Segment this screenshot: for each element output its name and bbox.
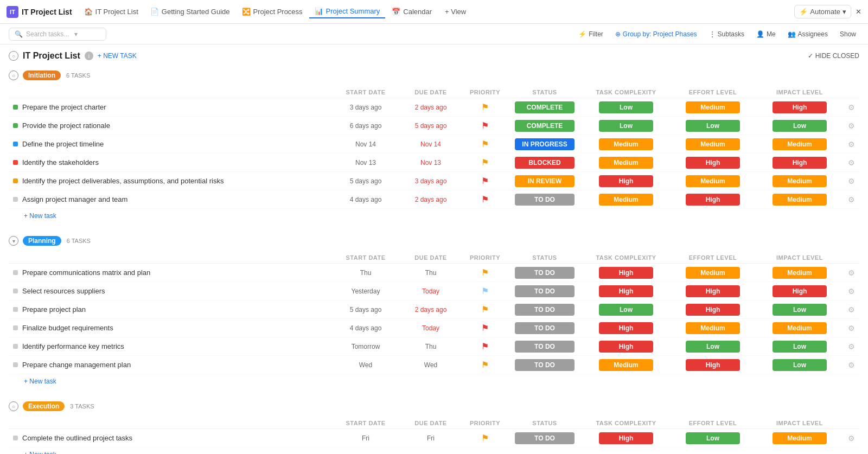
task-row[interactable]: Assign project manager and team4 days ag… — [9, 190, 859, 209]
task-complexity-badge[interactable]: High — [599, 175, 653, 187]
section-collapse-execution[interactable]: ○ — [9, 401, 18, 411]
row-settings-icon[interactable]: ⚙ — [843, 158, 859, 167]
task-row[interactable]: Identify the project deliverables, assum… — [9, 172, 859, 190]
nav-tab-project-summary[interactable]: 📊Project Summary — [309, 5, 386, 18]
task-complexity-badge[interactable]: High — [599, 322, 653, 334]
row-settings-icon[interactable]: ⚙ — [843, 268, 859, 277]
task-effort-badge[interactable]: Low — [686, 432, 740, 444]
task-row[interactable]: Define the project timelineNov 14Nov 14⚑… — [9, 135, 859, 154]
task-complexity-badge[interactable]: High — [599, 285, 653, 297]
task-complexity-badge[interactable]: Medium — [599, 359, 653, 371]
task-name[interactable]: Identify the project deliverables, assum… — [22, 177, 224, 185]
task-status-badge[interactable]: IN REVIEW — [515, 175, 575, 187]
task-row[interactable]: Provide the project rationale6 days ago5… — [9, 117, 859, 135]
task-effort-badge[interactable]: High — [686, 157, 740, 169]
task-impact-badge[interactable]: Medium — [773, 322, 827, 334]
task-status-badge[interactable]: BLOCKED — [515, 157, 575, 169]
task-status-badge[interactable]: TO DO — [515, 341, 575, 353]
app-title[interactable]: IT Project List — [22, 8, 72, 16]
task-row[interactable]: Prepare project plan5 days ago2 days ago… — [9, 300, 859, 319]
task-complexity-badge[interactable]: High — [599, 267, 653, 279]
task-status-badge[interactable]: COMPLETE — [515, 120, 575, 132]
task-effort-badge[interactable]: Medium — [686, 101, 740, 113]
task-status-badge[interactable]: TO DO — [515, 322, 575, 334]
task-name[interactable]: Prepare change management plan — [22, 361, 131, 369]
task-impact-badge[interactable]: Medium — [773, 175, 827, 187]
task-effort-badge[interactable]: Medium — [686, 322, 740, 334]
task-complexity-badge[interactable]: High — [599, 341, 653, 353]
project-collapse-btn[interactable]: ○ — [9, 51, 18, 61]
filter-button[interactable]: ⚡ Filter — [575, 29, 607, 40]
task-complexity-badge[interactable]: Low — [599, 304, 653, 316]
task-status-badge[interactable]: IN PROGRESS — [515, 138, 575, 150]
task-effort-badge[interactable]: Low — [686, 341, 740, 353]
task-impact-badge[interactable]: Low — [773, 304, 827, 316]
nav-tab-getting-started[interactable]: 📄Getting Started Guide — [145, 5, 235, 18]
task-status-badge[interactable]: TO DO — [515, 285, 575, 297]
task-complexity-badge[interactable]: Low — [599, 120, 653, 132]
task-impact-badge[interactable]: Medium — [773, 138, 827, 150]
task-name[interactable]: Prepare communications matrix and plan — [22, 268, 150, 277]
task-name[interactable]: Select resources suppliers — [22, 287, 105, 295]
task-status-badge[interactable]: COMPLETE — [515, 101, 575, 113]
group-by-button[interactable]: ⊕ Group by: Project Phases — [612, 29, 700, 40]
add-view-button[interactable]: + View — [439, 5, 471, 18]
task-effort-badge[interactable]: High — [686, 304, 740, 316]
row-settings-icon[interactable]: ⚙ — [843, 122, 859, 130]
section-collapse-planning[interactable]: ▾ — [9, 236, 18, 246]
task-row[interactable]: Identify the stakeholdersNov 13Nov 13⚑BL… — [9, 154, 859, 172]
task-name[interactable]: Prepare the project charter — [22, 103, 106, 111]
row-settings-icon[interactable]: ⚙ — [843, 140, 859, 149]
task-complexity-badge[interactable]: Medium — [599, 138, 653, 150]
task-status-badge[interactable]: TO DO — [515, 194, 575, 206]
row-settings-icon[interactable]: ⚙ — [843, 324, 859, 332]
task-impact-badge[interactable]: Medium — [773, 432, 827, 444]
search-box[interactable]: 🔍 Search tasks... ▾ — [9, 28, 106, 41]
task-effort-badge[interactable]: Medium — [686, 138, 740, 150]
row-settings-icon[interactable]: ⚙ — [843, 195, 859, 204]
task-row[interactable]: Prepare the project charter3 days ago2 d… — [9, 98, 859, 117]
task-impact-badge[interactable]: Low — [773, 120, 827, 132]
task-row[interactable]: Prepare communications matrix and planTh… — [9, 264, 859, 282]
task-impact-badge[interactable]: Medium — [773, 194, 827, 206]
task-impact-badge[interactable]: Low — [773, 341, 827, 353]
row-settings-icon[interactable]: ⚙ — [843, 103, 859, 112]
task-complexity-badge[interactable]: Medium — [599, 157, 653, 169]
row-settings-icon[interactable]: ⚙ — [843, 305, 859, 314]
task-complexity-badge[interactable]: High — [599, 432, 653, 444]
task-impact-badge[interactable]: High — [773, 157, 827, 169]
task-impact-badge[interactable]: Low — [773, 359, 827, 371]
row-settings-icon[interactable]: ⚙ — [843, 287, 859, 296]
task-row[interactable]: Finalize budget requirements4 days agoTo… — [9, 319, 859, 337]
nav-more-icon[interactable]: ✕ — [856, 8, 861, 16]
row-settings-icon[interactable]: ⚙ — [843, 342, 859, 351]
task-effort-badge[interactable]: Medium — [686, 267, 740, 279]
task-effort-badge[interactable]: Low — [686, 120, 740, 132]
section-collapse-initiation[interactable]: ○ — [9, 71, 18, 80]
task-name[interactable]: Assign project manager and team — [22, 195, 127, 203]
task-row[interactable]: Identify performance key metricsTomorrow… — [9, 337, 859, 356]
task-row[interactable]: Prepare change management planWedWed⚑TO … — [9, 356, 859, 374]
row-settings-icon[interactable]: ⚙ — [843, 361, 859, 369]
nav-tab-calendar[interactable]: 📅Calendar — [386, 5, 437, 18]
project-info-icon[interactable]: i — [85, 52, 93, 60]
row-settings-icon[interactable]: ⚙ — [843, 177, 859, 186]
nav-tab-project-process[interactable]: 🔀Project Process — [237, 5, 308, 18]
add-task-button-initiation[interactable]: + New task — [9, 209, 859, 223]
task-name[interactable]: Complete the outlined project tasks — [22, 434, 132, 442]
me-button[interactable]: 👤 Me — [753, 29, 779, 40]
task-status-badge[interactable]: TO DO — [515, 432, 575, 444]
task-status-badge[interactable]: TO DO — [515, 267, 575, 279]
add-task-button-execution[interactable]: + New task — [9, 447, 859, 454]
task-name[interactable]: Define the project timeline — [22, 140, 104, 148]
task-effort-badge[interactable]: High — [686, 359, 740, 371]
task-status-badge[interactable]: TO DO — [515, 359, 575, 371]
task-effort-badge[interactable]: High — [686, 285, 740, 297]
task-name[interactable]: Finalize budget requirements — [22, 324, 113, 332]
task-status-badge[interactable]: TO DO — [515, 304, 575, 316]
task-effort-badge[interactable]: Medium — [686, 175, 740, 187]
task-row[interactable]: Select resources suppliersYesterdayToday… — [9, 282, 859, 300]
task-name[interactable]: Identify the stakeholders — [22, 158, 99, 167]
show-button[interactable]: Show — [837, 29, 859, 40]
row-settings-icon[interactable]: ⚙ — [843, 434, 859, 443]
